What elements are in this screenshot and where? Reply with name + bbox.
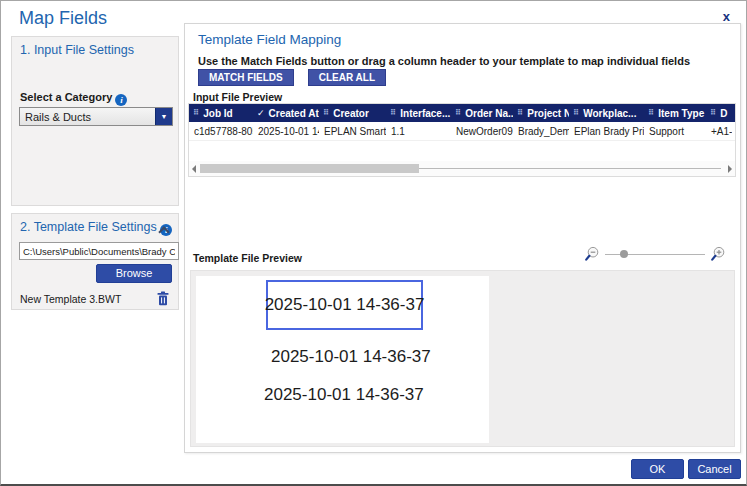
selected-text-object[interactable]: 2025-10-01 14-36-37 — [266, 280, 423, 330]
collapse-chevron-up-icon[interactable] — [160, 226, 168, 234]
column-header-label: Interface... — [400, 108, 450, 119]
template-text: 2025-10-01 14-36-37 — [265, 295, 425, 315]
template-canvas[interactable]: 2025-10-01 14-36-37 2025-10-01 14-36-37 … — [196, 276, 489, 443]
column-header[interactable]: ⠿Order Na... — [451, 104, 513, 122]
table-cell: EPlan Brady Prin — [569, 122, 644, 140]
table-cell: +A1- — [706, 122, 732, 140]
template-file-settings-text: 2. Template File Settings — [20, 220, 157, 234]
zoom-slider[interactable] — [605, 247, 705, 262]
zoom-in-icon[interactable] — [710, 246, 726, 262]
table-row: c1d57788-8055-2025-10-01 14-3EPLAN Smart… — [189, 122, 735, 141]
zoom-control — [584, 246, 726, 262]
select-category-label: Select a Category i — [20, 91, 127, 106]
drag-grip-icon: ⠿ — [710, 109, 716, 117]
zoom-out-icon[interactable] — [584, 246, 600, 262]
column-header[interactable]: ⠿Project N... — [513, 104, 569, 122]
mapping-title: Template Field Mapping — [198, 32, 341, 47]
column-header-label: D — [720, 108, 727, 119]
table-header-row: ⠿Job Id✓Created At⠿Creator⠿Interface...⠿… — [189, 104, 735, 122]
close-icon[interactable]: x — [723, 9, 730, 24]
column-header[interactable]: ⠿Workplac... — [569, 104, 644, 122]
mapping-buttons: MATCH FIELDS CLEAR ALL — [198, 69, 386, 86]
drag-grip-icon: ⠿ — [323, 109, 329, 117]
drag-grip-icon: ⠿ — [648, 109, 654, 117]
template-file-settings-title: 2. Template File Settings i — [20, 220, 172, 236]
column-header-label: Job Id — [203, 108, 232, 119]
info-icon[interactable]: i — [115, 94, 127, 106]
scroll-right-arrow-icon[interactable] — [728, 165, 732, 173]
table-cell: NewOrder0916 — [451, 122, 513, 140]
column-header[interactable]: ⠿Job Id — [189, 104, 253, 122]
template-preview-area: 2025-10-01 14-36-37 2025-10-01 14-36-37 … — [190, 270, 735, 447]
column-header[interactable]: ⠿Interface... — [386, 104, 451, 122]
delete-trash-icon[interactable] — [156, 291, 170, 306]
match-fields-button[interactable]: MATCH FIELDS — [198, 69, 294, 86]
drag-grip-icon: ⠿ — [390, 109, 396, 117]
column-header-label: Workplac... — [583, 108, 636, 119]
drag-grip-icon: ⠿ — [517, 109, 523, 117]
input-file-preview-table: ⠿Job Id✓Created At⠿Creator⠿Interface...⠿… — [188, 103, 736, 177]
input-file-settings-panel: 1. Input File Settings Select a Category… — [11, 36, 179, 206]
column-header[interactable]: ⠿Item Type — [644, 104, 706, 122]
select-category-text: Select a Category — [20, 91, 112, 103]
drag-grip-icon: ⠿ — [193, 109, 199, 117]
check-icon: ✓ — [257, 109, 265, 118]
column-header[interactable]: ⠿Creator — [319, 104, 386, 122]
template-file-preview-label: Template File Preview — [193, 252, 302, 264]
drag-grip-icon: ⠿ — [573, 109, 579, 117]
category-dropdown-value: Rails & Ducts — [25, 111, 91, 123]
table-cell: c1d57788-8055- — [189, 122, 253, 140]
drag-grip-icon: ⠿ — [455, 109, 461, 117]
chevron-down-icon[interactable]: ▼ — [155, 108, 172, 125]
table-cell: EPLAN Smart Pri — [319, 122, 386, 140]
scroll-left-arrow-icon[interactable] — [192, 165, 196, 173]
template-file-row: New Template 3.BWT — [20, 291, 172, 307]
template-text[interactable]: 2025-10-01 14-36-37 — [271, 347, 431, 367]
clear-all-button[interactable]: CLEAR ALL — [308, 69, 386, 86]
zoom-slider-thumb[interactable] — [620, 250, 628, 258]
input-file-preview-label: Input File Preview — [193, 91, 282, 103]
horizontal-scrollbar[interactable] — [189, 161, 735, 176]
cancel-button[interactable]: Cancel — [688, 459, 741, 479]
template-file-name: New Template 3.BWT — [20, 293, 121, 305]
column-header-label: Created At — [269, 108, 319, 119]
input-file-settings-title: 1. Input File Settings — [12, 37, 178, 57]
column-header-label: Order Na... — [465, 108, 513, 119]
map-fields-dialog: Map Fields x 1. Input File Settings Sele… — [0, 0, 747, 486]
template-path-input[interactable] — [19, 242, 179, 260]
table-cell: Support — [644, 122, 706, 140]
column-header[interactable]: ✓Created At — [253, 104, 319, 122]
ok-button[interactable]: OK — [631, 459, 684, 479]
column-header[interactable]: ⠿D — [706, 104, 732, 122]
dialog-title: Map Fields — [19, 8, 107, 29]
template-text[interactable]: 2025-10-01 14-36-37 — [264, 385, 424, 405]
table-cell: Brady_Demo_Pro — [513, 122, 569, 140]
scrollbar-thumb[interactable] — [200, 164, 419, 173]
template-field-mapping-panel: Template Field Mapping Use the Match Fie… — [184, 23, 741, 453]
mapping-instruction: Use the Match Fields button or drag a co… — [198, 55, 690, 67]
table-cell: 2025-10-01 14-3 — [253, 122, 319, 140]
category-dropdown[interactable]: Rails & Ducts ▼ — [19, 107, 173, 126]
column-header-label: Creator — [333, 108, 369, 119]
column-header-label: Item Type — [658, 108, 704, 119]
template-file-settings-panel: 2. Template File Settings i Browse New T… — [11, 213, 179, 310]
browse-button[interactable]: Browse — [96, 264, 172, 283]
table-cell: 1.1 — [386, 122, 451, 140]
column-header-label: Project N... — [527, 108, 569, 119]
